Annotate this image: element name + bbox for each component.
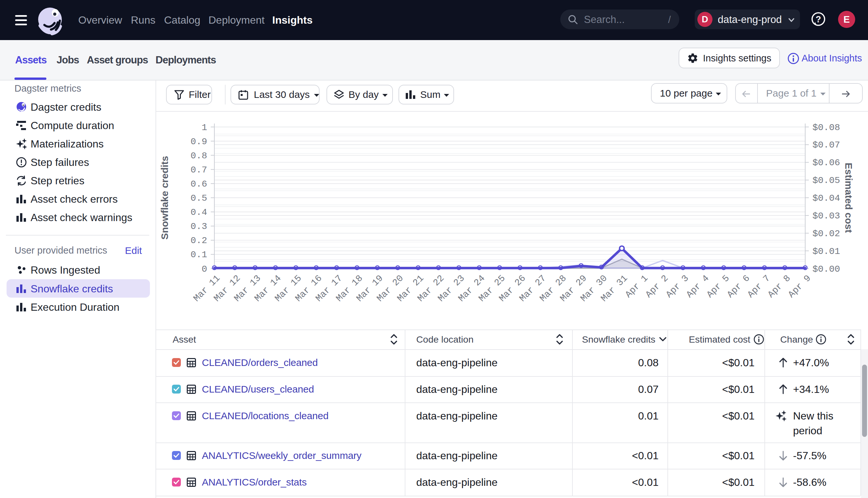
svg-text:$0.05: $0.05 [813,175,840,186]
svg-text:$0.06: $0.06 [813,158,840,168]
svg-text:$0.07: $0.07 [813,140,840,150]
svg-text:$0.03: $0.03 [813,211,840,221]
svg-text:Snowflake credits: Snowflake credits [159,156,170,239]
svg-text:Estimated cost: Estimated cost [843,162,854,233]
svg-text:0.1: 0.1 [191,250,207,260]
svg-text:$0.08: $0.08 [813,122,840,133]
svg-text:0: 0 [202,264,207,274]
svg-text:$0.04: $0.04 [813,193,840,204]
svg-text:0.6: 0.6 [191,179,207,189]
svg-text:0.2: 0.2 [191,236,207,246]
svg-text:0.4: 0.4 [191,207,207,218]
svg-text:$0.00: $0.00 [813,264,840,274]
svg-text:$0.01: $0.01 [813,246,840,257]
svg-text:1: 1 [202,122,207,133]
svg-text:0.8: 0.8 [191,151,207,161]
svg-text:$0.02: $0.02 [813,228,840,239]
svg-text:0.7: 0.7 [191,165,207,175]
svg-text:0.3: 0.3 [191,221,207,232]
svg-text:0.5: 0.5 [191,193,207,204]
svg-text:0.9: 0.9 [191,137,207,147]
